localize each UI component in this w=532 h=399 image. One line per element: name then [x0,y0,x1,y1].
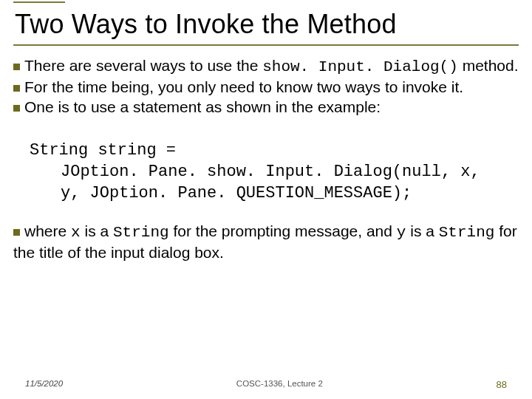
bullet-icon [13,105,20,112]
code-block: String string = JOption. Pane. show. Inp… [30,140,519,204]
footer-date: 11/5/2020 [25,379,63,388]
bullet-icon [13,229,20,236]
footer-course: COSC-1336, Lecture 2 [25,379,507,388]
bullet-3-text: One is to use a statement as shown in th… [24,98,381,115]
footer-page-number: 88 [497,379,507,390]
tail-3: for the prompting message, and [169,222,397,239]
bullet-1-code: show. Input. Dialog() [262,58,458,75]
slide: Two Ways to Invoke the Method There are … [0,0,532,399]
slide-body: There are several ways to use the show. … [13,56,519,262]
bullet-icon [13,85,20,92]
tail-code-x: x [71,224,81,241]
code-line-3: y, JOption. Pane. QUESTION_MESSAGE); [30,183,519,204]
slide-footer: 11/5/2020 88 COSC-1336, Lecture 2 [0,379,532,390]
tail-4: is a [406,222,438,239]
tail-1: where [24,222,71,239]
bullet-1-text-a: There are several ways to use the [24,57,262,74]
title-rule: Two Ways to Invoke the Method [13,4,519,46]
tail-code-string-1: String [113,224,169,241]
tail-code-string-2: String [439,224,495,241]
slide-title: Two Ways to Invoke the Method [13,4,519,44]
code-line-1: String string = [30,140,519,161]
bullet-2-text: For the time being, you only need to kno… [24,78,463,95]
bullet-icon [13,64,20,70]
bullet-1-text-b: method. [458,57,519,74]
code-line-2: JOption. Pane. show. Input. Dialog(null,… [30,161,519,183]
tail-2: is a [81,222,113,239]
tail-code-y: y [397,224,406,241]
